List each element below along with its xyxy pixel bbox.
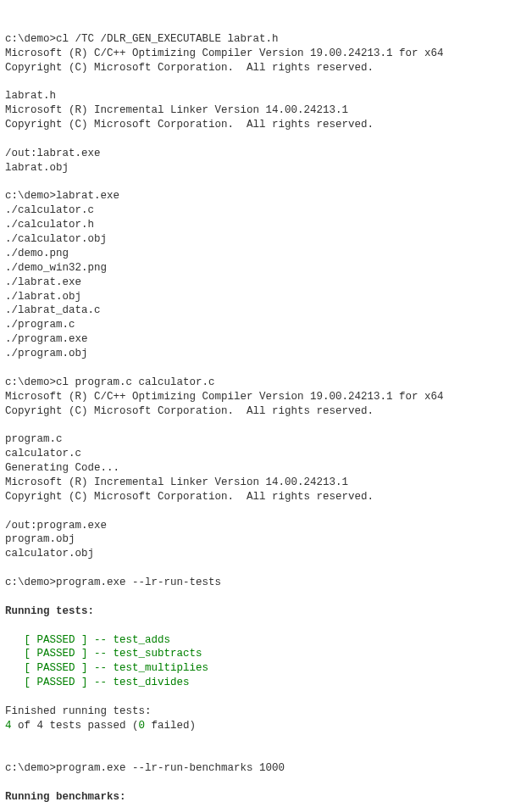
prompt-line: c:\demo>cl program.c calculator.c bbox=[5, 376, 215, 388]
test-result: [ PASSED ] -- test_multiplies bbox=[5, 662, 208, 674]
list-item: ./labrat.obj bbox=[5, 291, 81, 303]
running-benchmarks-heading: Running benchmarks: bbox=[5, 791, 126, 802]
compiler-banner: Microsoft (R) C/C++ Optimizing Compiler … bbox=[5, 391, 444, 403]
linker-obj: program.obj bbox=[5, 533, 75, 545]
list-item: ./labrat.exe bbox=[5, 276, 81, 288]
test-result: [ PASSED ] -- test_divides bbox=[5, 677, 190, 688]
summary-text: failed) bbox=[145, 720, 196, 732]
linker-out: /out:program.exe bbox=[5, 520, 107, 532]
list-item: ./demo.png bbox=[5, 248, 69, 259]
prompt-line: c:\demo>cl /TC /DLR_GEN_EXECUTABLE labra… bbox=[5, 33, 279, 45]
compiling-file: labrat.h bbox=[5, 90, 56, 102]
list-item: ./labrat_data.c bbox=[5, 304, 101, 316]
list-item: ./demo_win32.png bbox=[5, 262, 107, 274]
prompt-line: c:\demo>program.exe --lr-run-tests bbox=[5, 576, 221, 588]
list-item: ./calculator.obj bbox=[5, 233, 107, 245]
linker-banner: Microsoft (R) Incremental Linker Version… bbox=[5, 476, 348, 488]
generating-code: Generating Code... bbox=[5, 462, 119, 474]
linker-obj: calculator.obj bbox=[5, 548, 94, 560]
list-item: ./calculator.h bbox=[5, 219, 94, 231]
running-tests-heading: Running tests: bbox=[5, 605, 94, 617]
finished-tests: Finished running tests: bbox=[5, 705, 152, 717]
compiler-copyright: Copyright (C) Microsoft Corporation. All… bbox=[5, 405, 374, 417]
linker-copyright: Copyright (C) Microsoft Corporation. All… bbox=[5, 119, 374, 131]
list-item: ./program.obj bbox=[5, 348, 88, 359]
linker-obj: labrat.obj bbox=[5, 162, 69, 174]
summary-text: of 4 tests passed ( bbox=[12, 720, 139, 732]
list-item: ./calculator.c bbox=[5, 204, 94, 216]
linker-out: /out:labrat.exe bbox=[5, 148, 101, 159]
list-item: ./program.c bbox=[5, 319, 75, 331]
prompt-line: c:\demo>program.exe --lr-run-benchmarks … bbox=[5, 762, 285, 774]
compiler-copyright: Copyright (C) Microsoft Corporation. All… bbox=[5, 62, 374, 74]
linker-banner: Microsoft (R) Incremental Linker Version… bbox=[5, 104, 348, 116]
pass-count: 4 bbox=[5, 720, 12, 732]
compiling-file: calculator.c bbox=[5, 448, 81, 459]
prompt-line: c:\demo>labrat.exe bbox=[5, 190, 119, 202]
compiler-banner: Microsoft (R) C/C++ Optimizing Compiler … bbox=[5, 47, 444, 59]
test-result: [ PASSED ] -- test_subtracts bbox=[5, 648, 202, 660]
list-item: ./program.exe bbox=[5, 333, 88, 345]
fail-count: 0 bbox=[139, 720, 146, 732]
test-result: [ PASSED ] -- test_adds bbox=[5, 634, 170, 646]
compiling-file: program.c bbox=[5, 433, 63, 445]
test-summary: 4 of 4 tests passed (0 failed) bbox=[5, 720, 196, 732]
linker-copyright: Copyright (C) Microsoft Corporation. All… bbox=[5, 491, 374, 503]
